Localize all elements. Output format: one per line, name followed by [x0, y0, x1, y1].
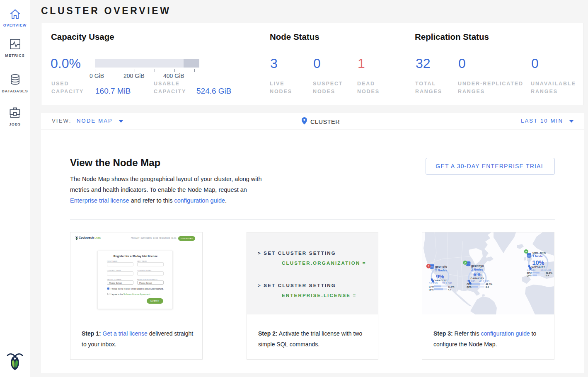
svg-text:52.3%: 52.3% [546, 272, 552, 274]
svg-text:2 Nodes: 2 Nodes [471, 268, 483, 271]
svg-text:3.6 GiB: 3.6 GiB [527, 268, 535, 271]
svg-text:!: ! [428, 264, 429, 268]
svg-text:CPU: CPU [527, 272, 532, 274]
svg-text:6%: 6% [473, 271, 482, 278]
svg-text:34.4 GiB: 34.4 GiB [540, 268, 551, 271]
svg-text:geo=sfo: geo=sfo [435, 265, 447, 268]
svg-text:10%: 10% [532, 259, 544, 266]
svg-text:0.4: 0.4 [546, 274, 549, 277]
svg-text:35.1 GiB: 35.1 GiB [442, 282, 452, 285]
svg-text:1 Node: 1 Node [532, 254, 543, 258]
svg-text:CAPACITY: CAPACITY [531, 266, 545, 268]
svg-text:CPU: CPU [429, 285, 434, 288]
svg-text:4.7: 4.7 [448, 288, 451, 291]
svg-text:42.5%: 42.5% [486, 283, 492, 285]
svg-text:geo=ams: geo=ams [532, 251, 546, 254]
svg-text:QPS: QPS [467, 286, 472, 288]
svg-text:geo=nyc: geo=nyc [471, 264, 484, 268]
svg-text:11.0%: 11.0% [448, 285, 455, 288]
svg-text:QPS: QPS [527, 274, 532, 277]
svg-text:0.0: 0.0 [486, 286, 489, 288]
svg-text:43.7 GiB: 43.7 GiB [479, 280, 489, 283]
svg-text:2 Nodes: 2 Nodes [435, 268, 447, 272]
svg-text:9%: 9% [436, 273, 444, 280]
svg-text:QPS: QPS [429, 288, 434, 291]
svg-text:3.7 GiB: 3.7 GiB [467, 280, 475, 283]
svg-text:3.2 GiB: 3.2 GiB [429, 282, 438, 285]
svg-text:CPU: CPU [467, 283, 472, 285]
